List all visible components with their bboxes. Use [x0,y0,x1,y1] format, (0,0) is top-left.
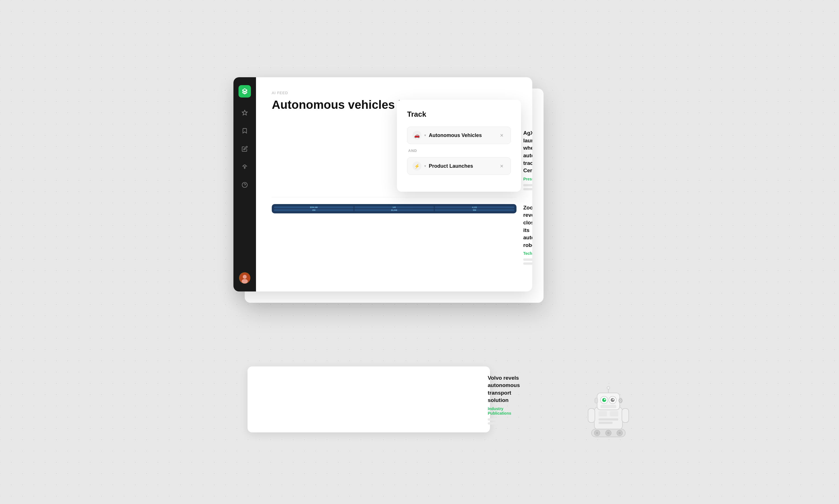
svg-rect-23 [610,411,618,416]
svg-marker-0 [242,110,247,115]
chip-1-icon: 🚗 [412,131,422,140]
chip-1-label: Autonomous Vehicles [429,132,495,139]
article-2-headline: Zoox reveals close-up of its autonomous … [523,204,532,249]
svg-rect-27 [622,409,629,422]
svg-rect-21 [601,405,616,408]
sidebar-item-help[interactable] [239,180,250,190]
sidebar [233,77,256,291]
svg-point-12 [611,398,614,402]
track-panel: Track 🚗 ▾ Autonomous Vehicles ✕ AND ⚡ ▾ … [397,100,521,192]
article-1-lines [523,184,532,190]
text-line [488,418,517,420]
article-2-tag: Tech Blogs [523,251,532,256]
zoox-cell: 356 [274,209,354,211]
svg-point-11 [602,398,606,402]
article-3-headline: Volvo revels autonomous transport soluti… [488,374,520,404]
chip-2-label: Product Launches [429,163,495,169]
sidebar-item-discover[interactable] [239,108,250,118]
svg-rect-17 [595,398,598,403]
svg-point-20 [620,400,621,401]
article-3-text: Volvo revels autonomous transport soluti… [488,374,520,425]
robot-illustration [583,384,634,441]
feed-label: AI FEED [272,91,517,95]
sidebar-item-ai[interactable] [239,162,250,172]
chip-2-icon: ⚡ [412,162,422,170]
chip-1-chevron: ▾ [424,133,426,137]
user-avatar[interactable] [239,272,250,284]
svg-point-14 [613,399,614,400]
svg-point-16 [607,386,610,389]
article-1-headline: AgXeed launches wheeled autonomous tract… [523,129,532,175]
zoox-cell: 145 [354,206,434,208]
article-1-tag: Press Releases [523,177,532,181]
scene: AI FEED Autonomous vehicles launch AgXee… [222,55,617,449]
featured-article-card[interactable]: Volvo revels autonomous transport soluti… [248,366,490,432]
article-2-thumbnail: $394.4M 145 4,122 356 $1,048 556 [272,204,517,213]
chip-2-close[interactable]: ✕ [498,162,505,170]
text-line [523,184,532,186]
sidebar-item-bookmarks[interactable] [239,126,250,136]
svg-point-1 [244,165,246,167]
zoox-cell: 556 [435,209,514,211]
logo-icon [241,88,248,95]
app-logo[interactable] [238,85,251,97]
svg-rect-25 [599,422,613,424]
svg-rect-24 [599,418,618,420]
article-3-tag: Industry Publications [488,407,520,415]
and-label: AND [408,148,511,153]
text-line [488,422,508,425]
text-line [523,188,532,190]
svg-point-34 [619,432,621,434]
chip-2-chevron: ▾ [424,164,426,168]
chip-autonomous-vehicles[interactable]: 🚗 ▾ Autonomous Vehicles ✕ [407,127,511,144]
zoox-cell: 4,122 [435,206,514,208]
track-title: Track [407,110,511,119]
text-line [523,263,532,265]
svg-rect-26 [588,409,595,422]
zoox-cell: $394.4M [274,206,354,208]
chip-product-launches[interactable]: ⚡ ▾ Product Launches ✕ [407,157,511,175]
sidebar-nav [239,108,250,272]
svg-point-33 [607,432,609,434]
article-3-lines [488,418,520,425]
news-item-2[interactable]: $394.4M 145 4,122 356 $1,048 556 Zoox re… [272,197,517,272]
text-line [523,258,532,261]
zoox-cell: $1,048 [354,209,434,211]
svg-point-32 [596,432,598,434]
svg-point-13 [604,399,606,400]
chip-1-close[interactable]: ✕ [498,131,505,139]
svg-rect-22 [599,411,607,416]
article-2-lines [523,258,532,265]
article-2-text: Zoox reveals close-up of its autonomous … [523,204,532,265]
svg-point-6 [242,279,248,284]
article-1-text: AgXeed launches wheeled autonomous tract… [523,129,532,190]
svg-point-5 [243,275,247,279]
sidebar-item-write[interactable] [239,144,250,154]
